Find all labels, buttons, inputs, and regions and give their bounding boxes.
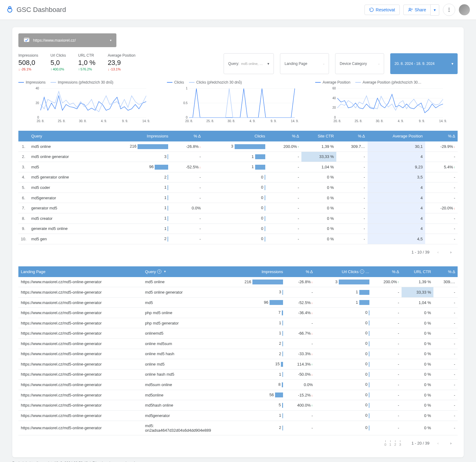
clicks-scale: 0123 bbox=[384, 440, 401, 446]
filter-landing-page[interactable]: Landing Page - bbox=[280, 53, 329, 74]
chart: ClicksClicks (předchozích 30 dnů)00.5120… bbox=[167, 80, 309, 125]
table-row[interactable]: https://www.maxiorel.cz/md5-online-gener… bbox=[18, 421, 458, 435]
column-header[interactable]: % Δ bbox=[372, 266, 402, 277]
column-header[interactable]: % Δ bbox=[433, 266, 458, 277]
prev-page-button[interactable]: ‹ bbox=[434, 248, 442, 257]
filter-query[interactable]: Query: md5 online, m… (39) ▾ bbox=[224, 53, 274, 74]
svg-point-3 bbox=[449, 8, 450, 9]
table-row[interactable]: https://www.maxiorel.cz/md5-online-gener… bbox=[18, 359, 458, 370]
column-header[interactable]: URL CTR bbox=[402, 266, 433, 277]
table-row[interactable]: https://www.maxiorel.cz/md5-online-gener… bbox=[18, 410, 458, 421]
filter-device[interactable]: Device Category - bbox=[335, 53, 384, 74]
table-row[interactable]: https://www.maxiorel.cz/md5-online-gener… bbox=[18, 400, 458, 411]
site-selector[interactable]: https://www.maxiorel.cz/ ▾ bbox=[18, 33, 116, 47]
filter-date-range[interactable]: 20. 8. 2024 - 18. 9. 2024 ▾ bbox=[390, 53, 458, 74]
column-header[interactable]: Url Clicks i … bbox=[315, 266, 372, 277]
svg-text:0: 0 bbox=[334, 116, 336, 119]
svg-text:20. 8.: 20. 8. bbox=[334, 119, 341, 123]
svg-text:30. 8.: 30. 8. bbox=[376, 119, 383, 123]
share-dropdown-icon[interactable]: ▾ bbox=[430, 4, 439, 16]
column-header[interactable]: Landing Page bbox=[18, 266, 143, 277]
svg-text:9. 9.: 9. 9. bbox=[270, 119, 276, 123]
table-row[interactable]: 2.md5 online generator3-1-33,33 %-4- bbox=[18, 152, 458, 162]
column-header[interactable]: % Δ bbox=[171, 131, 203, 141]
chart: ImpressionsImpressions (předchozích 30 d… bbox=[18, 80, 161, 125]
column-header[interactable]: % Δ bbox=[285, 266, 315, 277]
table-row[interactable]: 6.md5generator1-0-0 %-4- bbox=[18, 193, 458, 203]
svg-text:4. 9.: 4. 9. bbox=[398, 119, 404, 123]
more-menu-button[interactable] bbox=[443, 4, 455, 16]
column-header[interactable]: Site CTR bbox=[301, 131, 336, 141]
table-row[interactable]: https://www.maxiorel.cz/md5-online-gener… bbox=[18, 297, 458, 308]
column-header[interactable]: Impressions bbox=[223, 266, 285, 277]
svg-text:40: 40 bbox=[333, 96, 336, 100]
svg-text:20. 8.: 20. 8. bbox=[185, 119, 193, 123]
landing-table-paginator: 0123 1 - 20 / 39 ‹ › bbox=[18, 435, 458, 451]
chevron-down-icon: ▾ bbox=[267, 62, 269, 66]
svg-text:9. 9.: 9. 9. bbox=[419, 119, 425, 123]
column-header[interactable]: Average Position bbox=[368, 131, 425, 141]
svg-text:0: 0 bbox=[186, 116, 187, 119]
table-row[interactable]: 4.md5 generator online2-0-0 %-3,5- bbox=[18, 172, 458, 182]
column-header[interactable]: % Δ bbox=[425, 131, 458, 141]
chevron-down-icon: ▾ bbox=[110, 39, 111, 42]
chevron-down-icon: ▾ bbox=[451, 62, 453, 66]
charts-row: ImpressionsImpressions (předchozích 30 d… bbox=[18, 80, 458, 125]
column-header[interactable]: Query bbox=[29, 131, 99, 141]
svg-text:14. 9.: 14. 9. bbox=[439, 119, 447, 123]
reset-button[interactable]: Resetovat bbox=[365, 5, 400, 15]
svg-rect-7 bbox=[24, 38, 29, 39]
footer: Poslední aktualizace dat: 19. 9. 2024 20… bbox=[12, 457, 464, 462]
table-row[interactable]: https://www.maxiorel.cz/md5-online-gener… bbox=[18, 287, 458, 298]
site-icon bbox=[23, 36, 30, 44]
svg-text:4. 9.: 4. 9. bbox=[249, 119, 255, 123]
svg-text:30. 8.: 30. 8. bbox=[227, 119, 235, 123]
svg-text:0: 0 bbox=[37, 116, 39, 119]
next-page-button[interactable]: › bbox=[447, 248, 455, 257]
table-row[interactable]: https://www.maxiorel.cz/md5-online-gener… bbox=[18, 328, 458, 339]
privacy-link[interactable]: Zásady ochrany soukromí bbox=[93, 461, 135, 462]
chart: Average PositionAverage Position (předch… bbox=[315, 80, 458, 125]
table-row[interactable]: https://www.maxiorel.cz/md5-online-gener… bbox=[18, 349, 458, 359]
svg-text:14. 9.: 14. 9. bbox=[291, 119, 298, 123]
svg-point-4 bbox=[449, 9, 450, 10]
table-row[interactable]: https://www.maxiorel.cz/md5-online-gener… bbox=[18, 308, 458, 318]
svg-text:40: 40 bbox=[36, 87, 39, 90]
query-table: QueryImpressions% ΔClicks% ΔSite CTR% ΔA… bbox=[18, 131, 458, 244]
report-card: https://www.maxiorel.cz/ ▾ Impressions 5… bbox=[12, 27, 464, 457]
table-row[interactable]: https://www.maxiorel.cz/md5-online-gener… bbox=[18, 277, 458, 287]
logo-icon bbox=[6, 6, 13, 14]
svg-point-2 bbox=[409, 8, 410, 10]
table-row[interactable]: https://www.maxiorel.cz/md5-online-gener… bbox=[18, 369, 458, 380]
svg-text:4. 9.: 4. 9. bbox=[101, 119, 107, 123]
table-row[interactable]: https://www.maxiorel.cz/md5-online-gener… bbox=[18, 339, 458, 349]
table-row[interactable]: 5.md5 coder1-0-0 %-4- bbox=[18, 182, 458, 193]
table-row[interactable]: https://www.maxiorel.cz/md5-online-gener… bbox=[18, 390, 458, 400]
scorecard-position: Average Position 23,9 ↓-13.1% bbox=[108, 53, 136, 71]
user-avatar[interactable] bbox=[459, 4, 470, 15]
column-header[interactable]: % Δ bbox=[336, 131, 368, 141]
svg-text:25. 8.: 25. 8. bbox=[58, 119, 66, 123]
next-page-button[interactable]: › bbox=[447, 439, 455, 448]
topbar: GSC Dashboard Resetovat Share ▾ bbox=[0, 0, 476, 20]
column-header[interactable] bbox=[18, 131, 29, 141]
table-row[interactable]: 1.md5 online216-26.8%↓3200.0%↑1,39 %309.… bbox=[18, 141, 458, 152]
scorecard-clicks: Url Clicks 5,0 ↑400.0% bbox=[51, 53, 66, 71]
table-row[interactable]: 7.generator md510.0%0-0 %-4-20.0%↓ bbox=[18, 203, 458, 213]
column-header[interactable]: % Δ bbox=[268, 131, 302, 141]
site-url: https://www.maxiorel.cz/ bbox=[33, 38, 76, 43]
prev-page-button[interactable]: ‹ bbox=[434, 439, 442, 448]
table-row[interactable]: 8.md5 creator1-0-0 %-4- bbox=[18, 213, 458, 223]
table-row[interactable]: 3.md596-52.5%↓1-1,04 %-9,235.4%↑ bbox=[18, 162, 458, 172]
column-header[interactable]: Clicks bbox=[203, 131, 267, 141]
table-row[interactable]: 10.md5 gen2-0-0 %-4,5- bbox=[18, 234, 458, 244]
svg-text:20: 20 bbox=[333, 106, 336, 109]
share-button[interactable]: Share bbox=[403, 5, 430, 15]
table-row[interactable]: 9.generate md5 online1-0-0 %-4- bbox=[18, 223, 458, 234]
svg-text:9. 9.: 9. 9. bbox=[122, 119, 128, 123]
column-header[interactable]: Query ?▼ bbox=[143, 266, 223, 277]
table-row[interactable]: https://www.maxiorel.cz/md5-online-gener… bbox=[18, 318, 458, 328]
table-row[interactable]: https://www.maxiorel.cz/md5-online-gener… bbox=[18, 380, 458, 390]
column-header[interactable]: Impressions bbox=[99, 131, 171, 141]
share-button-group: Share ▾ bbox=[403, 4, 439, 16]
